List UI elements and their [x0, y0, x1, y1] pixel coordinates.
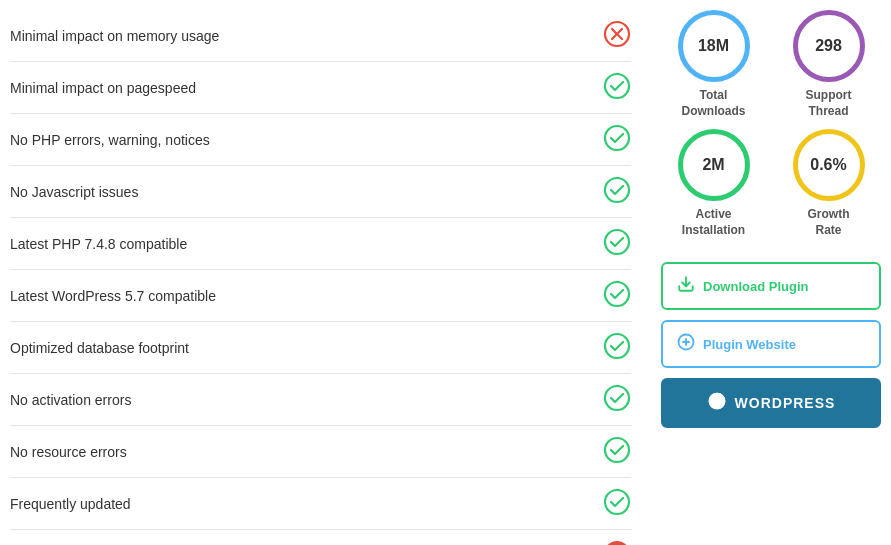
check-icon-php-compat	[603, 228, 631, 259]
cross-icon-memory-usage	[603, 20, 631, 51]
label-resource-errors: No resource errors	[10, 444, 127, 460]
right-panel: 18MTotal Downloads298Support Thread2MAct…	[651, 10, 881, 545]
row-js-issues: No Javascript issues	[10, 166, 631, 218]
wordpress-label: WORDPRESS	[735, 395, 836, 411]
row-php-errors: No PHP errors, warning, notices	[10, 114, 631, 166]
label-db-footprint: Optimized database footprint	[10, 340, 189, 356]
wordpress-icon	[707, 391, 727, 415]
label-php-errors: No PHP errors, warning, notices	[10, 132, 210, 148]
row-activation-errors: No activation errors	[10, 374, 631, 426]
circle-active-installation: 2M	[678, 129, 750, 201]
stat-label-active-installation: Active Installation	[682, 207, 745, 238]
svg-point-12	[604, 541, 630, 545]
stat-label-total-downloads: Total Downloads	[681, 88, 745, 119]
circle-total-downloads: 18M	[678, 10, 750, 82]
stats-grid: 18MTotal Downloads298Support Thread2MAct…	[661, 10, 881, 238]
svg-point-11	[605, 490, 629, 514]
row-resource-errors: No resource errors	[10, 426, 631, 478]
circle-growth-rate: 0.6%	[793, 129, 865, 201]
row-memory-usage: Minimal impact on memory usage	[10, 10, 631, 62]
row-frequently-updated: Frequently updated	[10, 478, 631, 530]
download-icon	[677, 275, 695, 297]
download-plugin-label: Download Plugin	[703, 279, 808, 294]
label-wp-compat: Latest WordPress 5.7 compatible	[10, 288, 216, 304]
stat-growth-rate: 0.6%Growth Rate	[776, 129, 881, 238]
check-icon-pagespeed	[603, 72, 631, 103]
svg-point-8	[605, 334, 629, 358]
row-no-problems: No problems were detected during tests.	[10, 530, 631, 545]
stat-support-thread: 298Support Thread	[776, 10, 881, 119]
row-db-footprint: Optimized database footprint	[10, 322, 631, 374]
svg-point-7	[605, 282, 629, 306]
check-icon-wp-compat	[603, 280, 631, 311]
stat-label-support-thread: Support Thread	[806, 88, 852, 119]
check-icon-activation-errors	[603, 384, 631, 415]
stat-label-growth-rate: Growth Rate	[808, 207, 850, 238]
main-container: Minimal impact on memory usage Minimal i…	[0, 0, 891, 545]
label-pagespeed: Minimal impact on pagespeed	[10, 80, 196, 96]
check-icon-db-footprint	[603, 332, 631, 363]
row-wp-compat: Latest WordPress 5.7 compatible	[10, 270, 631, 322]
label-activation-errors: No activation errors	[10, 392, 131, 408]
check-icon-resource-errors	[603, 436, 631, 467]
stat-active-installation: 2MActive Installation	[661, 129, 766, 238]
svg-point-9	[605, 386, 629, 410]
svg-point-10	[605, 438, 629, 462]
cross-filled-icon-no-problems	[603, 540, 631, 545]
check-icon-php-errors	[603, 124, 631, 155]
svg-point-5	[605, 178, 629, 202]
stat-total-downloads: 18MTotal Downloads	[661, 10, 766, 119]
circle-support-thread: 298	[793, 10, 865, 82]
website-icon	[677, 333, 695, 355]
svg-point-6	[605, 230, 629, 254]
left-panel: Minimal impact on memory usage Minimal i…	[10, 10, 651, 545]
plugin-website-button[interactable]: Plugin Website	[661, 320, 881, 368]
label-memory-usage: Minimal impact on memory usage	[10, 28, 219, 44]
check-icon-frequently-updated	[603, 488, 631, 519]
label-js-issues: No Javascript issues	[10, 184, 138, 200]
row-pagespeed: Minimal impact on pagespeed	[10, 62, 631, 114]
label-frequently-updated: Frequently updated	[10, 496, 131, 512]
wordpress-button[interactable]: WORDPRESS	[661, 378, 881, 428]
label-php-compat: Latest PHP 7.4.8 compatible	[10, 236, 187, 252]
svg-point-4	[605, 126, 629, 150]
download-plugin-button[interactable]: Download Plugin	[661, 262, 881, 310]
check-icon-js-issues	[603, 176, 631, 207]
plugin-website-label: Plugin Website	[703, 337, 796, 352]
svg-point-3	[605, 74, 629, 98]
action-buttons: Download Plugin Plugin Website WORDPRESS	[661, 262, 881, 428]
row-php-compat: Latest PHP 7.4.8 compatible	[10, 218, 631, 270]
